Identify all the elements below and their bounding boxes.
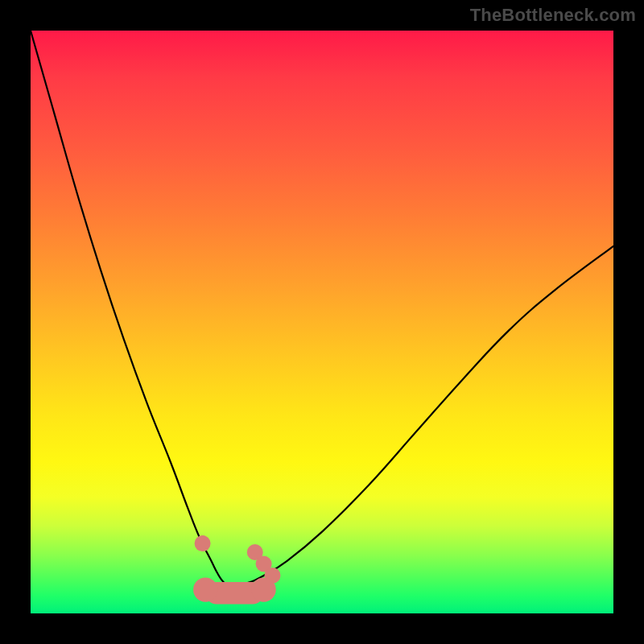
- valley-bar: [193, 577, 276, 604]
- bottleneck-curve: [31, 31, 613, 584]
- left-dot-dot: [195, 535, 211, 551]
- valley-bar-cap-left: [193, 577, 217, 601]
- curve-svg: [31, 31, 613, 613]
- data-markers: [195, 535, 281, 584]
- chart-frame: TheBottleneck.com: [0, 0, 644, 644]
- plot-area: [31, 31, 613, 613]
- watermark-text: TheBottleneck.com: [470, 5, 636, 26]
- valley-bar-cap-right: [251, 577, 275, 601]
